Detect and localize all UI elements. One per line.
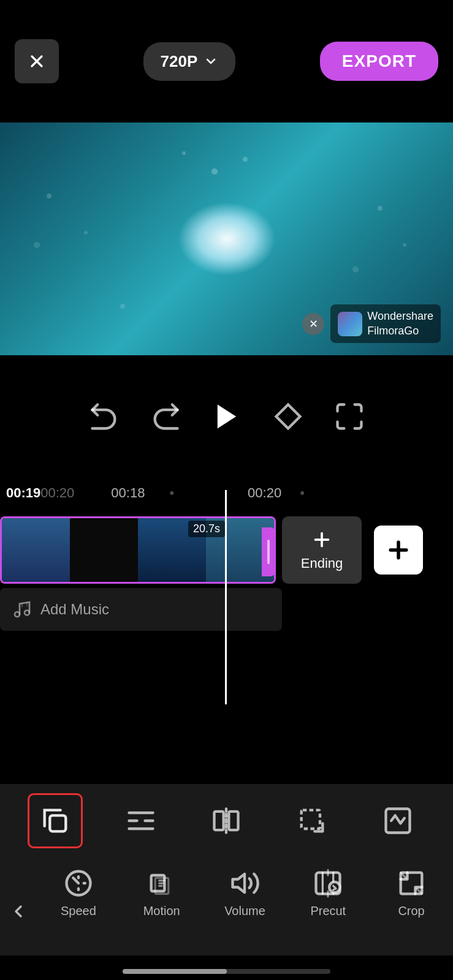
watermark-text: WondershareFilmoraGo — [367, 309, 433, 338]
fullscreen-icon — [333, 401, 365, 432]
precut-label: Precut — [310, 904, 346, 918]
top-bar: 720P EXPORT — [0, 0, 453, 123]
video-clip[interactable]: 20.7s — [0, 516, 276, 584]
split-icon — [210, 805, 242, 837]
keyframe-button[interactable] — [257, 392, 319, 441]
svg-point-6 — [120, 304, 125, 309]
keyframe-graph-icon — [382, 805, 414, 837]
redo-button[interactable] — [135, 392, 196, 441]
svg-point-12 — [15, 612, 20, 617]
playback-controls — [0, 355, 453, 478]
split-tool-button[interactable] — [199, 793, 254, 848]
trim-icon — [125, 805, 157, 837]
close-icon — [27, 51, 47, 71]
play-icon — [211, 401, 243, 432]
video-frame: ✕ WondershareFilmoraGo — [0, 123, 453, 355]
ending-plus-icon — [311, 529, 333, 551]
watermark-logo: WondershareFilmoraGo — [330, 304, 441, 343]
timeline-marker-1: 00:18 — [111, 485, 145, 501]
motion-label: Motion — [143, 904, 180, 918]
svg-point-9 — [182, 151, 186, 155]
crop-corner-tool-button[interactable] — [284, 793, 340, 848]
svg-point-13 — [25, 610, 29, 615]
svg-point-3 — [378, 206, 383, 211]
diamond-icon — [272, 401, 304, 432]
add-music-label: Add Music — [40, 601, 109, 618]
copy-tool-button[interactable] — [28, 793, 83, 848]
watermark-close[interactable]: ✕ — [302, 313, 324, 335]
clip-duration: 20.7s — [188, 521, 225, 537]
ending-button[interactable]: Ending — [282, 516, 362, 584]
crop-label: Crop — [398, 904, 424, 918]
timeline-track: 20.7s Ending — [0, 514, 423, 585]
svg-marker-23 — [233, 874, 245, 892]
svg-point-4 — [403, 243, 406, 247]
filmora-icon — [338, 312, 362, 336]
nav-back-button[interactable] — [0, 867, 37, 956]
svg-rect-14 — [50, 815, 66, 831]
nav-items-list: Speed Motion Volume — [37, 867, 453, 918]
ending-label: Ending — [301, 556, 343, 571]
close-button[interactable] — [15, 39, 59, 83]
speed-label: Speed — [61, 904, 96, 918]
svg-point-5 — [352, 266, 359, 273]
volume-icon — [229, 867, 261, 899]
svg-point-0 — [47, 194, 51, 198]
speed-icon — [63, 867, 94, 899]
export-button[interactable]: EXPORT — [320, 42, 438, 81]
clip-toolbar — [0, 784, 453, 858]
fullscreen-button[interactable] — [319, 392, 380, 441]
undo-button[interactable] — [74, 392, 135, 441]
svg-point-2 — [34, 242, 40, 248]
nav-item-precut[interactable]: Precut — [297, 867, 359, 918]
trim-tool-button[interactable] — [113, 793, 169, 848]
clip-segment-1 — [2, 518, 70, 582]
play-button[interactable] — [196, 392, 257, 441]
video-preview: ✕ WondershareFilmoraGo — [0, 123, 453, 355]
chevron-left-icon — [9, 902, 28, 921]
keyframe-graph-tool-button[interactable] — [370, 793, 425, 848]
scrollbar-thumb[interactable] — [123, 969, 227, 974]
nav-item-volume[interactable]: Volume — [214, 867, 275, 918]
bottom-navigation: Speed Motion Volume — [0, 858, 453, 956]
motion-icon — [146, 867, 178, 899]
add-music-bar[interactable]: Add Music — [0, 588, 282, 631]
clip-right-handle[interactable] — [262, 527, 275, 576]
svg-point-8 — [211, 168, 218, 175]
nav-item-motion[interactable]: Motion — [131, 867, 192, 918]
precut-icon — [312, 867, 344, 899]
add-clip-button[interactable] — [374, 526, 423, 575]
crop-corner-icon — [296, 805, 328, 837]
crop-icon — [395, 867, 427, 899]
playhead — [225, 490, 227, 704]
nav-item-speed[interactable]: Speed — [48, 867, 109, 918]
volume-label: Volume — [224, 904, 265, 918]
music-icon — [12, 600, 32, 619]
copy-icon — [39, 805, 71, 837]
svg-rect-18 — [302, 810, 320, 829]
quality-label: 720P — [161, 52, 198, 71]
clip-segment-2 — [70, 518, 138, 582]
scrollbar[interactable] — [123, 969, 330, 974]
chevron-down-icon — [204, 54, 218, 69]
redo-icon — [150, 401, 181, 432]
svg-rect-16 — [229, 812, 238, 830]
svg-rect-15 — [215, 812, 224, 830]
quality-selector[interactable]: 720P — [143, 42, 236, 81]
watermark: ✕ WondershareFilmoraGo — [302, 304, 441, 343]
add-icon — [385, 537, 412, 564]
timeline-marker-2: 00:20 — [248, 485, 281, 501]
undo-icon — [88, 401, 120, 432]
svg-marker-11 — [217, 405, 235, 429]
svg-point-10 — [243, 157, 248, 162]
svg-point-1 — [84, 231, 88, 235]
current-time: 00:1900:20 — [6, 485, 74, 501]
nav-item-crop[interactable]: Crop — [381, 867, 442, 918]
